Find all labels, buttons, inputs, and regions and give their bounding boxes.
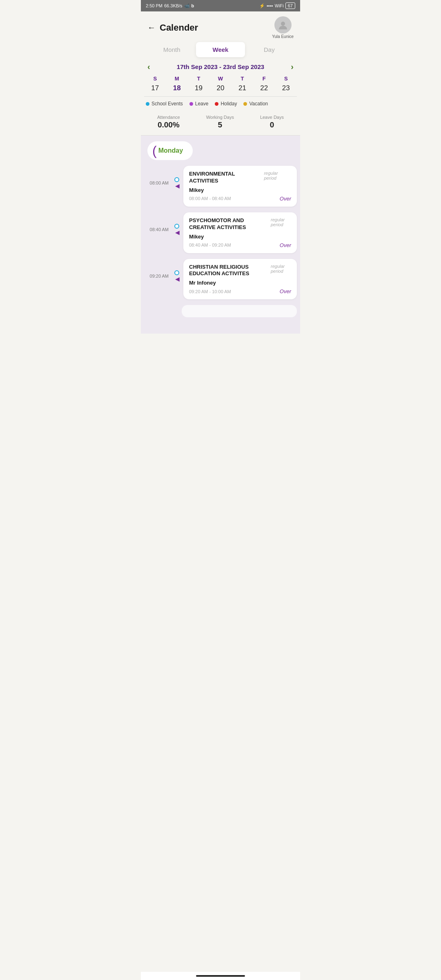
- holiday-label: Holiday: [220, 101, 237, 107]
- legend: School Events Leave Holiday Vacation: [141, 97, 300, 111]
- header: ← Calender Yula Eunice: [141, 11, 300, 42]
- day-header-1: M: [166, 76, 187, 83]
- day-header-2: T: [188, 76, 209, 83]
- timeline-section: ( Monday 08:00 AM ◀ ENVIRONMENTAL ACTIVI…: [141, 136, 300, 334]
- event-card[interactable]: ENVIRONMENTAL ACTIVITIES regular period …: [183, 166, 297, 207]
- camera-icon: 📹: [184, 3, 190, 9]
- event-time-range: 09:20 AM - 10:00 AM: [189, 289, 231, 294]
- working-days-label: Working Days: [206, 115, 234, 120]
- status-time: 2:50 PM: [146, 3, 163, 8]
- date-4[interactable]: 21: [232, 84, 253, 92]
- event-teacher: Mikey: [189, 234, 291, 240]
- event-type: regular period: [264, 171, 291, 180]
- time-label: 09:20 AM: [144, 259, 172, 278]
- day-header-4: T: [232, 76, 253, 83]
- date-6[interactable]: 23: [275, 84, 297, 92]
- timeline: 08:00 AM ◀ ENVIRONMENTAL ACTIVITIES regu…: [141, 162, 300, 305]
- event-title: PSYCHOMOTOR AND CREATIVE ACTIVITIES: [189, 217, 271, 231]
- days-header: SMTWTFS: [141, 73, 300, 83]
- event-status: Over: [280, 196, 291, 202]
- event-status: Over: [280, 242, 291, 248]
- time-label: 08:40 AM: [144, 212, 172, 232]
- bracket-icon: (: [152, 144, 157, 157]
- status-data: 66.3KB/s: [164, 3, 183, 8]
- tab-month[interactable]: Month: [147, 42, 196, 57]
- timeline-indicator: ◀: [172, 259, 182, 282]
- event-teacher: Mikey: [189, 187, 291, 193]
- vacation-label: Vacation: [249, 101, 268, 107]
- timeline-arrow: ◀: [175, 229, 180, 235]
- school-dot: [146, 102, 149, 106]
- spacer: [141, 334, 300, 350]
- legend-school: School Events: [146, 101, 183, 107]
- date-1[interactable]: 18: [166, 84, 187, 92]
- date-5[interactable]: 22: [253, 84, 275, 92]
- avatar-name: Yula Eunice: [272, 34, 294, 39]
- timeline-arrow: ◀: [175, 276, 180, 282]
- status-bar: 2:50 PM 66.3KB/s 📹 b ⚡ ▪▪▪▪ WiFi 67: [141, 0, 300, 11]
- svg-point-0: [281, 22, 285, 26]
- legend-vacation: Vacation: [243, 101, 268, 107]
- stat-attendance: Attendance 0.00%: [157, 115, 180, 129]
- leave-days-label: Leave Days: [260, 115, 284, 120]
- signal-icon: ▪▪▪▪: [267, 3, 273, 8]
- leave-label: Leave: [195, 101, 209, 107]
- leave-dot: [189, 102, 193, 106]
- home-indicator: [196, 975, 245, 977]
- timeline-dot: [174, 270, 179, 275]
- partial-card: [182, 305, 297, 317]
- date-0[interactable]: 17: [144, 84, 166, 92]
- event-time-range: 08:40 AM - 09:20 AM: [189, 243, 231, 247]
- day-pill[interactable]: ( Monday: [147, 141, 193, 160]
- event-status: Over: [280, 288, 291, 294]
- day-header-0: S: [144, 76, 166, 83]
- attendance-value: 0.00%: [157, 120, 180, 129]
- dates-row: 17181920212223: [141, 83, 300, 96]
- day-header-3: W: [209, 76, 231, 83]
- timeline-indicator: ◀: [172, 212, 182, 235]
- tab-week[interactable]: Week: [196, 42, 245, 57]
- tab-day[interactable]: Day: [245, 42, 294, 57]
- time-label: 08:00 AM: [144, 166, 172, 185]
- event-card[interactable]: CHRISTIAN RELIGIOUS EDUCATION ACTIVITES …: [183, 259, 297, 300]
- event-title: ENVIRONMENTAL ACTIVITIES: [189, 171, 264, 185]
- time-block: 09:20 AM ◀ CHRISTIAN RELIGIOUS EDUCATION…: [144, 259, 297, 300]
- stats-row: Attendance 0.00% Working Days 5 Leave Da…: [141, 111, 300, 136]
- stat-leave-days: Leave Days 0: [260, 115, 284, 129]
- day-header-6: S: [275, 76, 297, 83]
- bluetooth-icon: ⚡: [259, 3, 265, 9]
- legend-holiday: Holiday: [215, 101, 237, 107]
- working-days-value: 5: [206, 120, 234, 129]
- prev-week-button[interactable]: ‹: [147, 62, 150, 71]
- page-title: Calender: [160, 22, 198, 33]
- timeline-dot: [174, 224, 179, 229]
- next-week-button[interactable]: ›: [291, 62, 294, 71]
- battery-icon: 67: [285, 2, 295, 9]
- school-label: School Events: [151, 101, 183, 107]
- back-button[interactable]: ←: [147, 23, 156, 32]
- event-time-range: 08:00 AM - 08:40 AM: [189, 196, 231, 201]
- day-header-5: F: [253, 76, 275, 83]
- avatar[interactable]: [274, 16, 292, 33]
- time-block: 08:40 AM ◀ PSYCHOMOTOR AND CREATIVE ACTI…: [144, 212, 297, 253]
- selected-day: Monday: [158, 147, 183, 154]
- date-3[interactable]: 20: [209, 84, 231, 92]
- time-block: 08:00 AM ◀ ENVIRONMENTAL ACTIVITIES regu…: [144, 166, 297, 207]
- timeline-indicator: ◀: [172, 166, 182, 189]
- event-title: CHRISTIAN RELIGIOUS EDUCATION ACTIVITES: [189, 264, 271, 278]
- week-navigator: ‹ 17th Sep 2023 - 23rd Sep 2023 ›: [141, 57, 300, 73]
- week-range: 17th Sep 2023 - 23rd Sep 2023: [177, 63, 264, 70]
- stat-working-days: Working Days 5: [206, 115, 234, 129]
- tabs-container: Month Week Day: [141, 42, 300, 57]
- event-card[interactable]: PSYCHOMOTOR AND CREATIVE ACTIVITIES regu…: [183, 212, 297, 253]
- wifi-icon: WiFi: [275, 3, 284, 8]
- date-2[interactable]: 19: [188, 84, 209, 92]
- day-pill-container: ( Monday: [141, 136, 300, 162]
- bottom-bar: [141, 972, 300, 980]
- timeline-dot: [174, 177, 179, 182]
- timeline-arrow: ◀: [175, 183, 180, 189]
- vacation-dot: [243, 102, 247, 106]
- holiday-dot: [215, 102, 218, 106]
- b-icon: b: [192, 3, 194, 8]
- attendance-label: Attendance: [157, 115, 180, 120]
